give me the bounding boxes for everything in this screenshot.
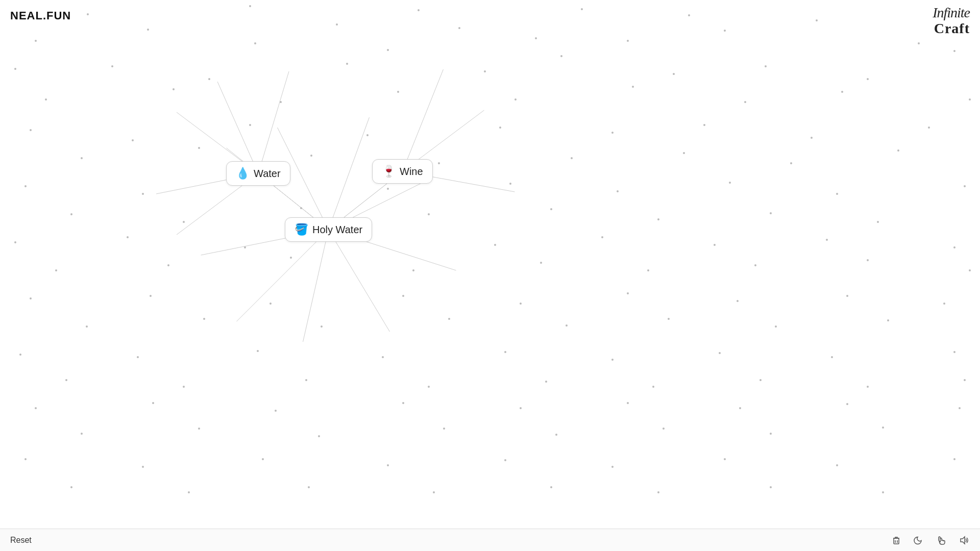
bottom-icons <box>890 534 970 546</box>
title-infinite: Infinite <box>933 5 970 21</box>
svg-line-17 <box>403 69 444 171</box>
volume-icon[interactable] <box>958 534 970 546</box>
hand-icon[interactable] <box>935 534 947 546</box>
svg-rect-19 <box>894 538 899 544</box>
water-label: Water <box>254 168 281 180</box>
reset-button[interactable]: Reset <box>10 536 32 545</box>
card-water[interactable]: 💧Water <box>226 161 290 186</box>
app-title: Infinite Craft <box>933 5 970 37</box>
svg-line-13 <box>258 71 289 173</box>
holy-water-label: Holy Water <box>312 224 362 236</box>
water-emoji: 💧 <box>236 167 250 180</box>
svg-line-9 <box>237 230 329 321</box>
svg-marker-22 <box>961 537 965 544</box>
wine-label: Wine <box>400 166 423 178</box>
moon-icon[interactable] <box>913 534 925 546</box>
bottom-bar: Reset <box>0 529 980 551</box>
background-dots <box>0 0 980 551</box>
wine-emoji: 🍷 <box>382 165 396 178</box>
title-craft: Craft <box>933 21 970 37</box>
card-wine[interactable]: 🍷Wine <box>372 159 433 184</box>
trash-icon[interactable] <box>890 534 902 546</box>
logo: NEAL.FUN <box>10 9 71 22</box>
svg-line-7 <box>329 230 390 332</box>
svg-line-12 <box>217 82 258 173</box>
svg-line-8 <box>303 230 329 342</box>
connection-lines <box>0 0 980 551</box>
svg-line-4 <box>329 117 370 230</box>
card-holy-water[interactable]: 🪣Holy Water <box>285 217 372 242</box>
holy-water-emoji: 🪣 <box>295 223 308 236</box>
